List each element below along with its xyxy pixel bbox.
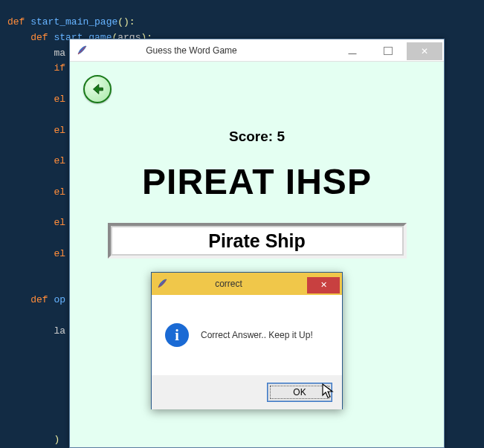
ok-button[interactable]: OK: [268, 383, 332, 401]
dialog-footer: OK: [152, 375, 342, 409]
close-button[interactable]: [407, 42, 442, 60]
minimize-button[interactable]: [335, 42, 370, 60]
arrow-left-icon: [89, 81, 106, 97]
maximize-button[interactable]: [371, 42, 405, 60]
window-titlebar[interactable]: Guess the Word Game: [70, 39, 444, 62]
back-button[interactable]: [83, 75, 112, 103]
message-dialog: correct i Correct Answer.. Keep it Up! O…: [151, 272, 343, 409]
dialog-message: Correct Answer.. Keep it Up!: [201, 330, 313, 340]
answer-input[interactable]: [112, 227, 402, 254]
answer-field-wrap: [108, 223, 407, 259]
dialog-body: i Correct Answer.. Keep it Up!: [152, 295, 342, 375]
window-title: Guess the Word Game: [48, 45, 335, 56]
info-icon: i: [165, 323, 189, 347]
dialog-title: correct: [150, 279, 307, 289]
score-label: Score: 5: [70, 129, 444, 145]
dialog-close-button[interactable]: [307, 277, 340, 293]
scrambled-word: PIREAT IHSP: [70, 161, 444, 202]
dialog-titlebar[interactable]: correct: [152, 273, 342, 295]
window-controls: [335, 41, 444, 60]
